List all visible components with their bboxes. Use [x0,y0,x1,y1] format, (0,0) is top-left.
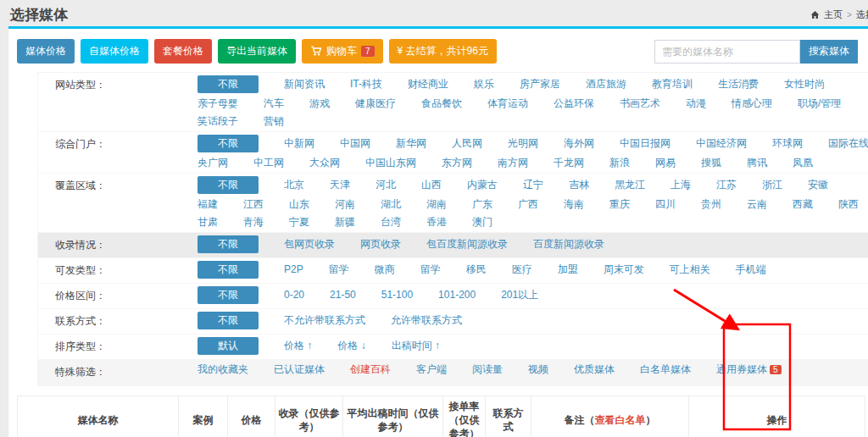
filter-site-type-selected-chip[interactable]: 不限 [198,75,259,93]
filter-site-type-option[interactable]: 房产家居 [520,77,560,91]
filter-site-type-option[interactable]: 新闻资讯 [284,77,325,91]
filter-portal-option[interactable]: 中新网 [284,136,314,151]
filter-publish-type-option[interactable]: 医疗 [512,263,532,277]
filter-publish-type-option[interactable]: 微商 [375,263,395,277]
filter-price-range-option[interactable]: 201以上 [501,288,538,302]
filter-portal-option[interactable]: 环球网 [772,136,803,151]
filter-special-filter-option[interactable]: 已认证媒体 [274,362,325,377]
filter-portal-option[interactable]: 中国山东网 [365,156,416,170]
cart-button[interactable]: 购物车7 [302,39,383,64]
filter-region-option[interactable]: 宁夏 [289,215,309,230]
filter-special-filter-option[interactable]: 视频 [528,362,548,377]
filter-publish-type-selected-chip[interactable]: 不限 [198,261,259,279]
filter-price-range-option[interactable]: 0-20 [284,288,304,302]
filter-publish-type-option[interactable]: 周末可发 [604,263,644,277]
filter-portal-option[interactable]: 南方网 [498,156,528,170]
filter-site-type-option[interactable]: 职场/管理 [798,97,841,111]
filter-special-filter-option[interactable]: 我的收藏夹 [198,362,248,377]
filter-region-option[interactable]: 福建 [198,197,218,212]
filter-region-option[interactable]: 甘肃 [198,215,218,230]
filter-contact-type-option[interactable]: 不允许带联系方式 [284,313,365,328]
filter-region-option[interactable]: 湖北 [381,197,401,212]
filter-region-option[interactable]: 浙江 [762,178,782,192]
filter-site-type-option[interactable]: 笑话段子 [198,114,238,129]
filter-publish-type-option[interactable]: 留学 [329,263,349,277]
search-input[interactable] [654,40,800,64]
filter-special-filter-option[interactable]: 白名单媒体 [640,362,691,377]
filter-index-status-option[interactable]: 包网页收录 [284,237,335,252]
filter-region-option[interactable]: 河南 [335,197,355,212]
filter-sort-type-option[interactable]: 出稿时间 ↑ [392,339,440,353]
filter-region-option[interactable]: 江西 [243,197,264,212]
filter-portal-option[interactable]: 央广网 [198,156,228,170]
filter-portal-option[interactable]: 中工网 [253,156,284,170]
filter-publish-type-option[interactable]: 移民 [466,263,487,277]
filter-special-filter-option[interactable]: 客户端 [416,362,447,377]
filter-portal-option[interactable]: 中国日报网 [620,136,670,151]
filter-index-status-option[interactable]: 网页收录 [360,237,401,252]
filter-site-type-option[interactable]: 情感心理 [732,97,772,111]
package-price-button[interactable]: 套餐价格 [154,39,212,64]
filter-site-type-option[interactable]: 亲子母婴 [198,97,238,111]
self-media-price-button[interactable]: 自媒体价格 [81,39,148,64]
filter-contact-type-selected-chip[interactable]: 不限 [198,312,259,329]
filter-region-option[interactable]: 内蒙古 [467,178,498,192]
filter-portal-option[interactable]: 新华网 [396,136,426,151]
filter-special-filter-option[interactable]: 通用券媒体5 [716,362,782,377]
filter-region-option[interactable]: 重庆 [609,197,630,212]
filter-site-type-option[interactable]: 书画艺术 [620,97,660,111]
filter-region-option[interactable]: 北京 [284,178,304,192]
filter-portal-option[interactable]: 东方网 [442,156,472,170]
filter-region-option[interactable]: 山西 [421,178,442,192]
filter-region-option[interactable]: 吉林 [569,178,589,192]
media-price-button[interactable]: 媒体价格 [17,39,75,64]
filter-publish-type-option[interactable]: 加盟 [558,263,578,277]
filter-site-type-option[interactable]: 财经商业 [408,77,448,91]
filter-index-status-selected-chip[interactable]: 不限 [198,235,259,253]
filter-sort-type-option[interactable]: 价格 ↓ [337,339,365,353]
filter-publish-type-option[interactable]: P2P [284,263,303,277]
filter-portal-option[interactable]: 中国经济网 [696,136,747,151]
filter-price-range-selected-chip[interactable]: 不限 [198,286,259,304]
export-current-media-button[interactable]: 导出当前媒体 [218,39,296,64]
filter-region-option[interactable]: 青海 [243,215,264,230]
filter-publish-type-option[interactable]: 留学 [420,263,441,277]
view-whitelist-link[interactable]: 查看白名单 [595,414,646,426]
filter-region-option[interactable]: 云南 [747,197,767,212]
filter-portal-option[interactable]: 腾讯 [747,156,767,170]
filter-site-type-option[interactable]: 游戏 [309,97,330,111]
checkout-button[interactable]: ¥ 去结算，共计96元 [389,39,497,64]
filter-region-option[interactable]: 辽宁 [523,178,543,192]
filter-price-range-option[interactable]: 101-200 [438,288,476,302]
filter-region-option[interactable]: 广西 [518,197,538,212]
filter-portal-option[interactable]: 人民网 [452,136,482,151]
filter-region-option[interactable]: 广东 [472,197,492,212]
filter-region-option[interactable]: 西藏 [793,197,813,212]
filter-region-option[interactable]: 天津 [330,178,350,192]
filter-price-range-option[interactable]: 21-50 [330,288,356,302]
filter-site-type-option[interactable]: 体育运动 [487,97,528,111]
filter-region-option[interactable]: 台湾 [381,215,401,230]
filter-special-filter-option[interactable]: 创建百科 [350,362,391,377]
filter-portal-option[interactable]: 大众网 [309,156,340,170]
filter-site-type-option[interactable]: 营销 [264,114,284,129]
filter-site-type-option[interactable]: 食品餐饮 [421,97,462,111]
filter-publish-type-option[interactable]: 可上相关 [670,263,710,277]
filter-region-selected-chip[interactable]: 不限 [198,176,259,194]
filter-region-option[interactable]: 贵州 [701,197,721,212]
filter-price-range-option[interactable]: 51-100 [381,288,413,302]
filter-region-option[interactable]: 湖南 [426,197,447,212]
filter-portal-option[interactable]: 中国网 [340,136,370,151]
filter-sort-type-option[interactable]: 价格 ↑ [284,339,312,353]
filter-site-type-option[interactable]: 汽车 [264,97,284,111]
filter-special-filter-option[interactable]: 阅读量 [472,362,503,377]
breadcrumb-home-link[interactable]: 主页 [824,8,843,21]
search-media-button[interactable]: 搜索媒体 [800,40,858,64]
filter-region-option[interactable]: 澳门 [472,215,492,230]
filter-region-option[interactable]: 河北 [376,178,396,192]
filter-portal-option[interactable]: 搜狐 [701,156,721,170]
filter-special-filter-option[interactable]: 优质媒体 [574,362,615,377]
filter-site-type-option[interactable]: 女性时尚 [784,77,825,91]
filter-site-type-option[interactable]: 公益环保 [554,97,594,111]
filter-site-type-option[interactable]: 生活消费 [718,77,759,91]
